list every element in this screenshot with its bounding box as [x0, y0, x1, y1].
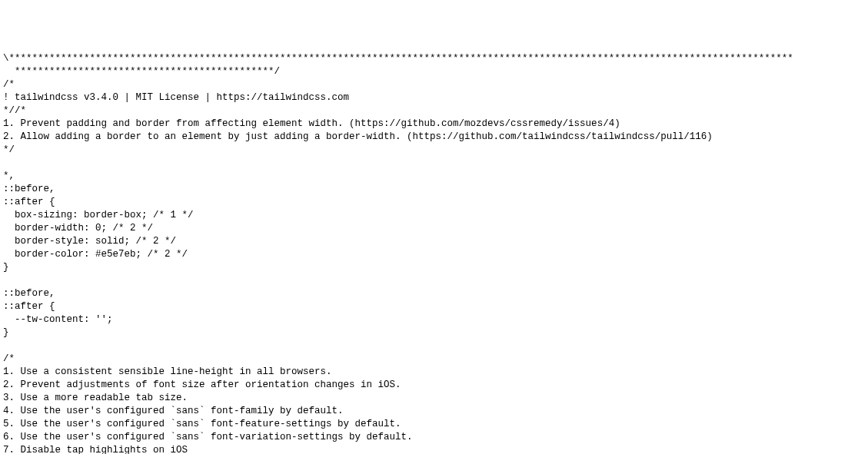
code-line: */: [3, 144, 15, 155]
code-line: \***************************************…: [3, 53, 793, 64]
code-line: 7. Disable tap highlights on iOS: [3, 445, 188, 454]
code-line: 2. Prevent adjustments of font size afte…: [3, 379, 401, 390]
code-line: 5. Use the user's configured `sans` font…: [3, 419, 401, 429]
code-line: box-sizing: border-box; /* 1 */: [3, 210, 194, 220]
code-line: 2. Allow adding a border to an element b…: [3, 131, 713, 142]
code-line: *,: [3, 171, 15, 181]
code-line: 6. Use the user's configured `sans` font…: [3, 432, 413, 442]
code-line: /*: [3, 353, 15, 364]
code-line: /*: [3, 79, 15, 90]
code-line: ::after {: [3, 301, 55, 312]
code-line: ****************************************…: [3, 66, 280, 77]
code-line: 3. Use a more readable tab size.: [3, 393, 188, 403]
code-line: ::before,: [3, 288, 55, 299]
code-line: --tw-content: '';: [3, 314, 113, 325]
code-line: 1. Use a consistent sensible line-height…: [3, 366, 332, 377]
code-line: border-style: solid; /* 2 */: [3, 236, 176, 247]
code-line: border-width: 0; /* 2 */: [3, 223, 153, 234]
code-line: ! tailwindcss v3.4.0 | MIT License | htt…: [3, 92, 349, 103]
code-block: \***************************************…: [0, 52, 868, 454]
code-line: ::before,: [3, 184, 55, 194]
code-line: border-color: #e5e7eb; /* 2 */: [3, 249, 188, 260]
code-line: }: [3, 327, 9, 338]
code-line: }: [3, 262, 9, 273]
code-line: 4. Use the user's configured `sans` font…: [3, 406, 344, 416]
code-line: *//*: [3, 105, 26, 116]
code-line: ::after {: [3, 197, 55, 207]
code-line: 1. Prevent padding and border from affec…: [3, 118, 620, 129]
